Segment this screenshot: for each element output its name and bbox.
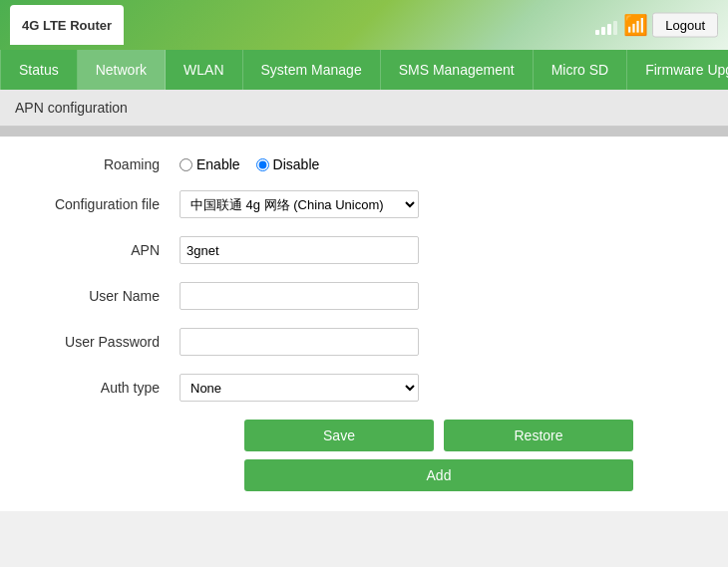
apn-control xyxy=(180,236,439,264)
logout-button[interactable]: Logout xyxy=(652,13,718,38)
roaming-enable-radio[interactable] xyxy=(180,158,192,171)
roaming-disable-label[interactable]: Disable xyxy=(256,156,320,172)
nav-item-system-manage[interactable]: System Manage xyxy=(243,50,381,90)
nav-item-firmware-upgrade[interactable]: Firmware Upgrade xyxy=(627,50,728,90)
username-control xyxy=(180,282,439,310)
apn-input[interactable] xyxy=(180,236,419,264)
roaming-disable-text: Disable xyxy=(273,156,320,172)
save-button[interactable]: Save xyxy=(244,420,434,451)
config-file-label: Configuration file xyxy=(30,196,180,212)
config-file-select[interactable]: 中国联通 4g 网络 (China Unicom) 中国移动 (China Mo… xyxy=(180,190,419,218)
config-file-row: Configuration file 中国联通 4g 网络 (China Uni… xyxy=(30,190,698,218)
password-control xyxy=(180,328,439,356)
roaming-row: Roaming Enable Disable xyxy=(30,156,698,172)
save-restore-row: Save Restore xyxy=(30,420,698,451)
nav-item-micro-sd[interactable]: Micro SD xyxy=(534,50,628,90)
restore-button[interactable]: Restore xyxy=(444,420,633,451)
header-icons: 📶 xyxy=(595,13,648,37)
content-area: Roaming Enable Disable Configuration fil… xyxy=(0,137,728,511)
separator xyxy=(0,127,728,137)
add-row: Add xyxy=(30,459,698,491)
apn-row: APN xyxy=(30,236,698,264)
password-label: User Password xyxy=(30,334,180,350)
auth-row: Auth type None PAP CHAP PAP/CHAP xyxy=(30,374,698,402)
config-file-control: 中国联通 4g 网络 (China Unicom) 中国移动 (China Mo… xyxy=(180,190,439,218)
password-row: User Password xyxy=(30,328,698,356)
auth-label: Auth type xyxy=(30,380,180,396)
page-title: APN configuration xyxy=(0,90,728,127)
antenna-icon: 📶 xyxy=(623,13,648,37)
nav-item-wlan[interactable]: WLAN xyxy=(166,50,242,90)
roaming-label: Roaming xyxy=(30,156,180,172)
apn-label: APN xyxy=(30,242,180,258)
nav-item-status[interactable]: Status xyxy=(0,50,78,90)
roaming-enable-label[interactable]: Enable xyxy=(180,156,240,172)
add-button[interactable]: Add xyxy=(244,459,633,491)
roaming-disable-radio[interactable] xyxy=(256,158,269,171)
logo: 4G LTE Router xyxy=(10,5,124,45)
username-label: User Name xyxy=(30,288,180,304)
password-input[interactable] xyxy=(180,328,419,356)
nav-item-network[interactable]: Network xyxy=(78,50,166,90)
username-input[interactable] xyxy=(180,282,419,310)
auth-select[interactable]: None PAP CHAP PAP/CHAP xyxy=(180,374,419,402)
nav-bar: Status Network WLAN System Manage SMS Ma… xyxy=(0,50,728,90)
auth-control: None PAP CHAP PAP/CHAP xyxy=(180,374,439,402)
roaming-enable-text: Enable xyxy=(196,156,240,172)
signal-icon xyxy=(595,15,617,35)
header: 4G LTE Router 📶 Logout xyxy=(0,0,728,50)
username-row: User Name xyxy=(30,282,698,310)
roaming-control: Enable Disable xyxy=(180,156,439,172)
nav-item-sms-management[interactable]: SMS Management xyxy=(381,50,534,90)
